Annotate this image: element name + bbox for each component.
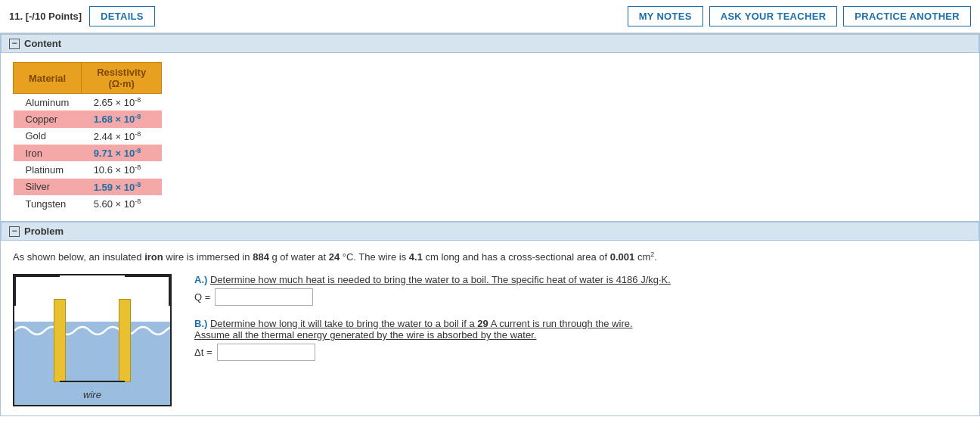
- material-cell: Aluminum: [14, 94, 82, 111]
- my-notes-button[interactable]: MY NOTES: [628, 6, 703, 26]
- question-b-body1: Determine how long it will take to bring…: [210, 318, 477, 329]
- question-a-part: A.): [194, 274, 207, 285]
- resistivity-cell: 10.6 × 10-8: [82, 161, 162, 178]
- material-cell: Iron: [14, 145, 82, 161]
- question-a-input-row: Q =: [194, 288, 967, 306]
- material-cell: Copper: [14, 110, 82, 127]
- table-row: Silver1.59 × 10-8: [14, 179, 162, 195]
- problem-4-1: 4.1: [409, 252, 423, 263]
- table-container: Material Resistivity(Ω·m) Aluminum2.65 ×…: [1, 53, 979, 221]
- question-a-underline: Determine how much heat is needed to bri…: [210, 274, 671, 285]
- resistivity-cell: 5.60 × 10-8: [82, 195, 162, 212]
- ask-teacher-button[interactable]: ASK YOUR TEACHER: [709, 6, 838, 26]
- question-b-subtext: Assume all the thermal energy generated …: [194, 329, 967, 341]
- material-cell: Silver: [14, 179, 82, 195]
- problem-text-5: cm long and has a cross-sectional area o…: [423, 252, 610, 263]
- problem-0-001: 0.001: [610, 252, 635, 263]
- question-b-text: B.) Determine how long it will take to b…: [194, 318, 967, 329]
- content-header[interactable]: − Content: [1, 34, 979, 53]
- question-b-underline: Determine how long it will take to bring…: [210, 318, 633, 329]
- table-row: Tungsten5.60 × 10-8: [14, 195, 162, 212]
- question-label: 11. [-/10 Points]: [9, 11, 82, 22]
- problem-text-7: .: [654, 252, 657, 263]
- problem-iron: iron: [144, 252, 163, 263]
- electrode-right: [119, 299, 131, 382]
- resistivity-cell: 1.68 × 10-8: [82, 110, 162, 127]
- material-cell: Tungsten: [14, 195, 82, 212]
- details-button[interactable]: DETAILS: [89, 6, 155, 26]
- question-b-input[interactable]: [217, 344, 315, 361]
- problem-body: As shown below, an insulated iron wire i…: [1, 241, 979, 415]
- question-b-body2: A current is run through the wire.: [488, 318, 633, 329]
- problem-header[interactable]: − Problem: [1, 222, 979, 241]
- top-bar-left: [14, 275, 60, 277]
- top-bar: 11. [-/10 Points] DETAILS MY NOTES ASK Y…: [0, 0, 980, 33]
- question-a-body: Determine how much heat is needed to bri…: [210, 274, 671, 285]
- table-row: Platinum10.6 × 10-8: [14, 161, 162, 178]
- problem-label: Problem: [24, 226, 64, 237]
- problem-text-2: wire is immersed in: [163, 252, 253, 263]
- wire-line: [60, 381, 125, 382]
- collapse-problem-icon: −: [9, 226, 20, 237]
- question-b-part: B.): [194, 318, 207, 329]
- problem-text-6: cm: [634, 252, 650, 263]
- problem-text-4: °C. The wire is: [340, 252, 409, 263]
- problem-text-3: g of water at: [269, 252, 329, 263]
- resistivity-table: Material Resistivity(Ω·m) Aluminum2.65 ×…: [13, 62, 162, 212]
- problem-text: As shown below, an insulated iron wire i…: [13, 250, 967, 265]
- question-a-text: A.) Determine how much heat is needed to…: [194, 274, 967, 285]
- question-a-label: Q =: [194, 291, 210, 303]
- question-b-label: Δt =: [194, 347, 212, 358]
- vert-right-bar: [169, 275, 170, 306]
- content-label: Content: [24, 38, 61, 49]
- practice-another-button[interactable]: PRACTICE ANOTHER: [843, 6, 971, 26]
- problem-section: − Problem As shown below, an insulated i…: [0, 222, 980, 416]
- col-material-header: Material: [14, 63, 82, 94]
- table-row: Copper1.68 × 10-8: [14, 110, 162, 127]
- question-a-block: A.) Determine how much heat is needed to…: [194, 274, 967, 306]
- top-buttons: MY NOTES ASK YOUR TEACHER PRACTICE ANOTH…: [628, 6, 971, 26]
- table-row: Aluminum2.65 × 10-8: [14, 94, 162, 111]
- top-bar-right: [125, 275, 170, 277]
- question-b-sub-underline: Assume all the thermal energy generated …: [194, 329, 536, 341]
- material-cell: Gold: [14, 128, 82, 145]
- question-b-sub: Assume all the thermal energy generated …: [194, 329, 536, 341]
- electrode-left: [54, 299, 66, 382]
- table-row: Iron9.71 × 10-8: [14, 145, 162, 161]
- question-a-input[interactable]: [215, 288, 313, 306]
- resistivity-cell: 9.71 × 10-8: [82, 145, 162, 161]
- table-row: Gold2.44 × 10-8: [14, 128, 162, 145]
- problem-884: 884: [253, 252, 269, 263]
- problem-text-1: As shown below, an insulated: [13, 252, 144, 263]
- water-waves: [14, 322, 170, 335]
- col-resistivity-header: Resistivity(Ω·m): [82, 63, 162, 94]
- collapse-content-icon: −: [9, 39, 20, 49]
- wire-diagram: wire: [13, 274, 172, 406]
- question-b-29: 29: [477, 318, 488, 329]
- resistivity-cell: 1.59 × 10-8: [82, 179, 162, 195]
- wire-label: wire: [83, 389, 101, 400]
- questions-area: A.) Determine how much heat is needed to…: [194, 274, 967, 373]
- content-section: − Content Material Resistivity(Ω·m) Alum…: [0, 33, 980, 222]
- problem-layout: wire A.) Determine how much heat is need…: [13, 274, 967, 406]
- resistivity-cell: 2.65 × 10-8: [82, 94, 162, 111]
- vert-left-bar: [14, 275, 16, 306]
- question-b-input-row: Δt =: [194, 344, 967, 361]
- problem-24: 24: [329, 252, 340, 263]
- material-cell: Platinum: [14, 161, 82, 178]
- question-b-block: B.) Determine how long it will take to b…: [194, 318, 967, 361]
- waves-svg: [14, 322, 170, 335]
- resistivity-cell: 2.44 × 10-8: [82, 128, 162, 145]
